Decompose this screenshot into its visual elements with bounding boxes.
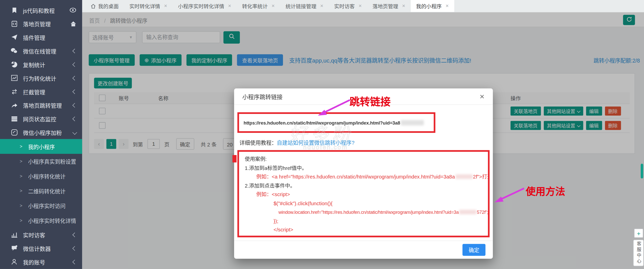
- eye-icon[interactable]: [69, 7, 77, 13]
- sidebar-subitem-realtime-visit[interactable]: > 小程序实时访问: [0, 198, 82, 213]
- home-icon[interactable]: [70, 21, 76, 26]
- tab-label: 实时转化详情: [129, 2, 160, 10]
- sidebar-item-label: 行为转化统计: [23, 74, 73, 82]
- sidebar-item-realtime-visitors[interactable]: 实时访客: [0, 228, 82, 242]
- chevron-left-icon: [73, 103, 77, 107]
- example-code-line: });: [245, 217, 485, 226]
- close-icon[interactable]: ✕: [228, 4, 231, 8]
- sidebar-item-wechat-counter[interactable]: 微信计数器: [0, 242, 82, 255]
- share-arrow-icon: [11, 102, 18, 109]
- code-suffix: 2f">打开微信</a>: [473, 174, 490, 180]
- example-code-line: 例如：<script>: [245, 190, 485, 199]
- tab-my-miniprogram[interactable]: 我的小程序✕: [411, 0, 454, 12]
- jump-url-prefix: https://res.hduofen.cn/static/html/wxpro…: [243, 120, 400, 125]
- tab-my-desktop[interactable]: 我的桌面: [85, 0, 124, 12]
- sidebar-item-label: 网页状态监控: [23, 114, 73, 123]
- sidebar-item-landing-jump[interactable]: 落地页跳转管理: [0, 98, 82, 112]
- tab-label: 实时访客: [334, 2, 355, 10]
- confirm-button[interactable]: 确定: [462, 244, 485, 256]
- sidebar-item-plugin[interactable]: 插件管理: [0, 31, 82, 44]
- submenu-arrow-icon: >: [20, 173, 22, 178]
- user-icon: [11, 258, 18, 265]
- bar-chart-icon: [11, 231, 18, 238]
- example-code-line: </script>: [245, 226, 485, 235]
- sidebar-item-label: 插件管理: [23, 33, 76, 41]
- censored-uid-segment: [401, 120, 424, 125]
- close-icon[interactable]: ✕: [271, 4, 275, 8]
- line-chart-icon: [11, 74, 18, 81]
- sidebar-item-label: 微信计数器: [23, 244, 73, 252]
- customer-service-label: 客服中心: [636, 242, 641, 264]
- sidebar-subitem-real-fans-setting[interactable]: > 小程序真实到粉设置: [0, 154, 82, 169]
- expand-widget-button[interactable]: +: [634, 229, 643, 238]
- close-icon[interactable]: ✕: [402, 4, 405, 8]
- sidebar-item-js-code[interactable]: js代码和教程: [0, 3, 82, 17]
- annotation-arrow-icon: [313, 97, 354, 117]
- sidebar-item-miniprogram-fans[interactable]: 微信小程序加粉: [0, 126, 82, 139]
- code-file-icon: [11, 20, 18, 27]
- sidebar-item-label: 拦截管理: [23, 87, 73, 96]
- sidebar-subitem-realtime-detail[interactable]: > 小程序实时转化详情: [0, 213, 82, 228]
- sidebar-item-wechat-online[interactable]: 微信在线管理: [0, 44, 82, 58]
- tab-landing-manage[interactable]: 落地页管理✕: [367, 0, 411, 12]
- tutorial-label: 详细使用教程：: [239, 140, 277, 146]
- sidebar-item-behavior-stats[interactable]: 行为转化统计: [0, 71, 82, 85]
- plus-icon: +: [637, 230, 640, 237]
- code-suffix: 572f";: [477, 210, 488, 215]
- chevron-left-icon: [73, 62, 77, 67]
- sidebar-item-label: 实时访客: [23, 230, 73, 239]
- tab-stat-links[interactable]: 统计链接管理✕: [280, 0, 329, 12]
- submenu-arrow-icon: >: [20, 203, 22, 208]
- miniprogram-icon: [11, 129, 18, 136]
- chevron-left-icon: [73, 116, 77, 121]
- paper-plane-icon: [11, 34, 18, 41]
- tab-realtime-conversion-detail[interactable]: 实时转化详情✕: [124, 0, 173, 12]
- wechat-icon: [11, 47, 18, 54]
- chevron-left-icon: [73, 48, 77, 53]
- chevron-left-icon: [73, 89, 77, 94]
- tab-conversion-rate[interactable]: 转化率统计✕: [237, 0, 280, 12]
- close-icon[interactable]: ✕: [359, 4, 362, 8]
- chevron-left-icon: [73, 76, 77, 80]
- sidebar-item-label: 微信小程序加粉: [23, 128, 73, 136]
- sidebar-item-label: 微信在线管理: [23, 47, 73, 55]
- close-icon[interactable]: ✕: [164, 4, 167, 8]
- sidebar-item-intercept[interactable]: 拦截管理: [0, 85, 82, 98]
- bookmark-icon: [11, 7, 18, 14]
- censored-uid-segment: [459, 210, 477, 214]
- sidebar-item-my-account[interactable]: 我的账号: [0, 255, 82, 268]
- close-icon[interactable]: ✕: [480, 93, 485, 99]
- jump-url-text: https://res.hduofen.cn/static/html/wxpro…: [243, 120, 424, 125]
- sidebar-subitem-my-miniprogram[interactable]: > 我的小程序: [0, 139, 82, 154]
- sidebar-item-copy-stats[interactable]: 复制统计: [0, 57, 82, 71]
- chevron-left-icon: [73, 246, 77, 250]
- example-code-line: $("#click").click(function(){: [245, 199, 485, 208]
- tutorial-link[interactable]: 自建站如何设置微信跳转小程序?: [277, 140, 355, 146]
- tab-realtime-visitors[interactable]: 实时访客✕: [329, 0, 367, 12]
- close-icon[interactable]: ✕: [320, 4, 324, 8]
- sidebar-subitem-label: 小程序转化统计: [28, 172, 65, 180]
- customer-service-widget[interactable]: 客服中心: [633, 240, 644, 266]
- sidebar-item-label: 复制统计: [23, 60, 73, 69]
- scrollbar-thumb[interactable]: [641, 164, 643, 178]
- modal-footer: 确定: [234, 241, 493, 259]
- close-icon[interactable]: ✕: [445, 4, 449, 8]
- sidebar-item-landing-page[interactable]: 落地页管理: [0, 17, 82, 31]
- sidebar-subitem-label: 二维码转化统计: [28, 187, 65, 195]
- sidebar-item-web-monitor[interactable]: 网页状态监控: [0, 112, 82, 126]
- chevron-left-icon: [73, 232, 77, 237]
- tab-label: 转化率统计: [242, 2, 268, 10]
- tab-miniprogram-realtime-detail[interactable]: 小程序实时转化详情✕: [173, 0, 237, 12]
- submenu-arrow-icon: >: [20, 159, 22, 164]
- sidebar-subitem-qrcode-stats[interactable]: > 二维码转化统计: [0, 184, 82, 198]
- code-prefix: 例如：<a href="https://res.hduofen.cn/stati…: [256, 174, 455, 180]
- sidebar-subitem-conversion-stats[interactable]: > 小程序转化统计: [0, 169, 82, 184]
- server-icon: [11, 115, 18, 122]
- example-line: 1.添加到a标签的href值中。: [245, 164, 485, 173]
- miniprogram-jump-link-modal: 小程序跳转链接 ✕ 跳转链接 https://res.hduofen.cn/st…: [234, 88, 493, 259]
- submenu-arrow-icon: >: [20, 188, 22, 193]
- sidebar-subitem-label: 小程序真实到粉设置: [28, 157, 76, 165]
- submenu-arrow-icon: >: [20, 218, 22, 223]
- tab-label: 我的小程序: [416, 2, 442, 10]
- tab-label: 小程序实时转化详情: [178, 2, 224, 10]
